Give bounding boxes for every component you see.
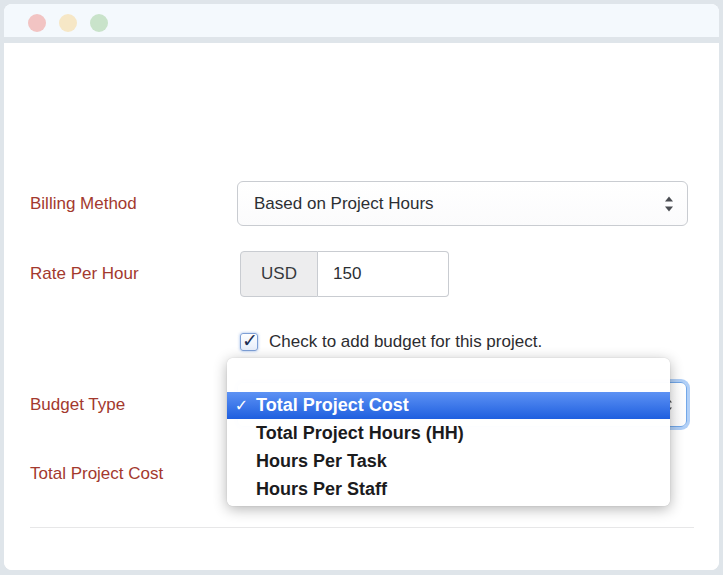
budget-type-dropdown-menu: ✓ Total Project Cost Total Project Hours… xyxy=(227,358,670,506)
zoom-window-icon[interactable] xyxy=(90,14,108,32)
budget-checkbox-row: ✓ Check to add budget for this project. xyxy=(240,332,542,352)
dropdown-option-hours-per-staff[interactable]: Hours Per Staff xyxy=(227,475,670,503)
budget-checkbox-label: Check to add budget for this project. xyxy=(269,332,542,352)
dropdown-option-label: Total Project Cost xyxy=(256,395,409,416)
dropdown-option-label: Hours Per Staff xyxy=(256,479,387,500)
rate-per-hour-group: USD xyxy=(240,251,449,297)
screen: Billing Method Based on Project Hours Ra… xyxy=(0,0,723,575)
section-divider xyxy=(30,527,694,528)
dropdown-option-total-project-hours[interactable]: Total Project Hours (HH) xyxy=(227,419,670,447)
billing-method-label: Billing Method xyxy=(30,194,137,214)
form-panel: Billing Method Based on Project Hours Ra… xyxy=(4,49,719,570)
billing-method-select[interactable]: Based on Project Hours xyxy=(237,181,688,226)
rate-per-hour-label: Rate Per Hour xyxy=(30,264,139,284)
dropdown-option-total-project-cost[interactable]: ✓ Total Project Cost xyxy=(227,392,670,419)
close-window-icon[interactable] xyxy=(28,14,46,32)
budget-checkbox[interactable]: ✓ xyxy=(240,333,258,351)
minimize-window-icon[interactable] xyxy=(59,14,77,32)
select-stepper-icon xyxy=(665,196,674,211)
budget-type-label: Budget Type xyxy=(30,395,125,415)
checkmark-icon: ✓ xyxy=(242,329,258,352)
dropdown-option-hours-per-task[interactable]: Hours Per Task xyxy=(227,447,670,475)
selected-check-icon: ✓ xyxy=(227,396,256,415)
dropdown-option-label: Hours Per Task xyxy=(256,451,387,472)
total-project-cost-label: Total Project Cost xyxy=(30,464,163,484)
dropdown-option-label: Total Project Hours (HH) xyxy=(256,423,464,444)
billing-method-value: Based on Project Hours xyxy=(238,194,434,214)
rate-per-hour-input[interactable] xyxy=(318,251,449,297)
currency-addon: USD xyxy=(240,251,318,297)
window-titlebar xyxy=(4,4,719,43)
app-window: Billing Method Based on Project Hours Ra… xyxy=(4,4,719,570)
